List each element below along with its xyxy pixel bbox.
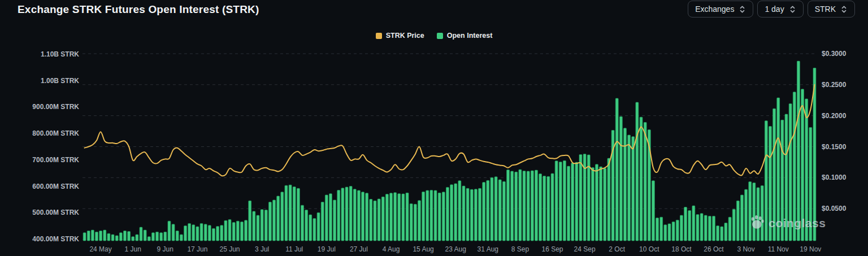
oi-bar[interactable]	[200, 223, 203, 241]
oi-bar[interactable]	[470, 189, 473, 241]
oi-bar[interactable]	[805, 99, 808, 241]
oi-bar[interactable]	[713, 216, 715, 241]
oi-bar[interactable]	[668, 224, 671, 241]
oi-bar[interactable]	[483, 183, 485, 241]
oi-bar[interactable]	[494, 177, 497, 241]
oi-bar[interactable]	[313, 219, 316, 241]
oi-bar[interactable]	[240, 222, 243, 241]
oi-bar[interactable]	[370, 199, 372, 241]
price-line[interactable]	[85, 85, 815, 176]
oi-bar[interactable]	[474, 189, 477, 241]
oi-bar[interactable]	[543, 176, 546, 241]
oi-bar[interactable]	[136, 235, 138, 241]
oi-bar[interactable]	[147, 237, 150, 241]
oi-bar[interactable]	[151, 233, 154, 241]
oi-bar[interactable]	[385, 194, 388, 241]
oi-bar[interactable]	[281, 192, 284, 241]
oi-bar[interactable]	[596, 164, 598, 241]
oi-bar[interactable]	[652, 181, 654, 241]
oi-bar[interactable]	[664, 225, 667, 241]
oi-bar[interactable]	[591, 167, 594, 241]
oi-bar[interactable]	[216, 227, 219, 241]
oi-bar[interactable]	[466, 188, 469, 241]
oi-bar[interactable]	[115, 236, 118, 241]
oi-bar[interactable]	[656, 218, 659, 241]
oi-bar[interactable]	[728, 217, 731, 241]
oi-bar[interactable]	[781, 120, 784, 241]
oi-bar[interactable]	[502, 181, 505, 241]
oi-bar[interactable]	[119, 233, 122, 241]
oi-bar[interactable]	[345, 187, 348, 241]
oi-bar[interactable]	[377, 199, 380, 241]
oi-bar[interactable]	[809, 127, 812, 241]
oi-bar[interactable]	[717, 226, 719, 241]
oi-bar[interactable]	[741, 195, 744, 241]
oi-bar[interactable]	[224, 220, 227, 241]
oi-bar[interactable]	[498, 180, 501, 241]
oi-bar[interactable]	[708, 216, 711, 241]
oi-bar[interactable]	[563, 160, 566, 241]
oi-bar[interactable]	[761, 186, 763, 241]
oi-bar[interactable]	[83, 233, 86, 241]
oi-bar[interactable]	[297, 188, 300, 241]
oi-bar[interactable]	[176, 231, 179, 241]
oi-bar[interactable]	[753, 183, 756, 241]
oi-bar[interactable]	[180, 235, 183, 241]
oi-bar[interactable]	[773, 109, 776, 241]
oi-bar[interactable]	[301, 205, 304, 241]
oi-bar[interactable]	[515, 172, 518, 241]
oi-bar[interactable]	[357, 190, 360, 241]
oi-bar[interactable]	[132, 237, 134, 241]
oi-bar[interactable]	[644, 123, 646, 241]
oi-bar[interactable]	[341, 188, 344, 241]
oi-bar[interactable]	[128, 232, 131, 241]
oi-bar[interactable]	[555, 161, 558, 241]
oi-bar[interactable]	[273, 200, 276, 241]
oi-bar[interactable]	[454, 184, 457, 241]
oi-bar[interactable]	[232, 223, 235, 241]
oi-bar[interactable]	[196, 227, 199, 241]
oi-bar[interactable]	[220, 225, 223, 241]
oi-bar[interactable]	[160, 233, 163, 241]
oi-bar[interactable]	[289, 185, 292, 241]
oi-bar[interactable]	[519, 170, 522, 241]
oi-bar[interactable]	[487, 180, 489, 241]
oi-bar[interactable]	[769, 127, 771, 241]
oi-bar[interactable]	[164, 232, 167, 241]
oi-bar[interactable]	[535, 170, 538, 241]
oi-bar[interactable]	[293, 187, 296, 241]
oi-bar[interactable]	[107, 233, 110, 241]
oi-bar[interactable]	[696, 215, 699, 241]
oi-bar[interactable]	[144, 230, 146, 241]
oi-bar[interactable]	[172, 224, 175, 241]
oi-bar[interactable]	[801, 89, 804, 241]
oi-bar[interactable]	[253, 211, 255, 241]
oi-bar[interactable]	[736, 201, 739, 241]
oi-bar[interactable]	[479, 188, 481, 241]
oi-bar[interactable]	[103, 230, 106, 241]
oi-bar[interactable]	[793, 92, 796, 241]
exchanges-dropdown[interactable]: Exchanges	[688, 1, 753, 18]
oi-bar[interactable]	[571, 163, 574, 241]
oi-bar[interactable]	[394, 193, 397, 241]
oi-bar[interactable]	[438, 193, 441, 241]
oi-bar[interactable]	[527, 171, 530, 241]
oi-bar[interactable]	[362, 192, 364, 241]
oi-bar[interactable]	[87, 231, 90, 241]
oi-bar[interactable]	[329, 194, 332, 241]
oi-bar[interactable]	[624, 128, 627, 241]
oi-bar[interactable]	[619, 116, 622, 241]
oi-bar[interactable]	[607, 158, 610, 241]
oi-bar[interactable]	[632, 137, 635, 241]
oi-bar[interactable]	[337, 190, 340, 241]
oi-bar[interactable]	[672, 222, 675, 241]
oi-bar[interactable]	[660, 217, 663, 241]
oi-bar[interactable]	[575, 162, 578, 241]
oi-bar[interactable]	[381, 197, 384, 241]
oi-bar[interactable]	[349, 186, 352, 241]
oi-bar[interactable]	[450, 185, 453, 241]
oi-bar[interactable]	[765, 121, 767, 241]
oi-bar[interactable]	[228, 219, 231, 241]
oi-bar[interactable]	[268, 202, 271, 241]
oi-bar[interactable]	[123, 231, 126, 241]
